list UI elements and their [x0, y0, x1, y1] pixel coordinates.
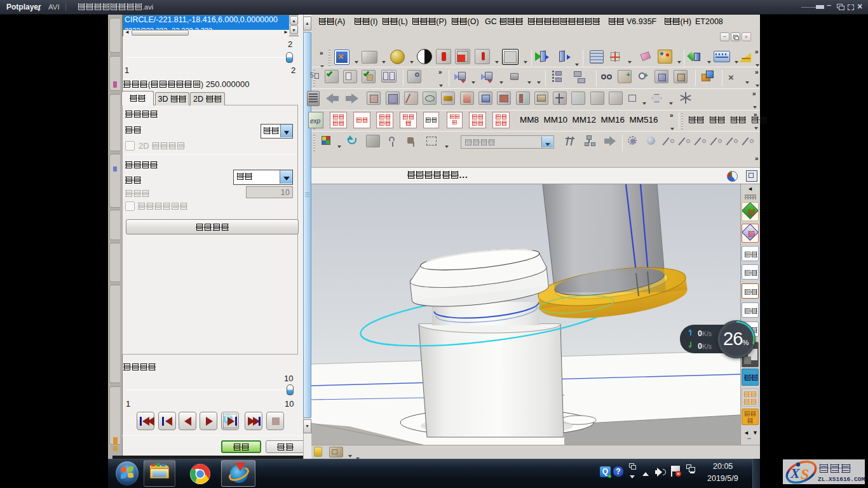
- svg-text:X: X: [790, 465, 801, 481]
- svg-text:S: S: [801, 466, 809, 482]
